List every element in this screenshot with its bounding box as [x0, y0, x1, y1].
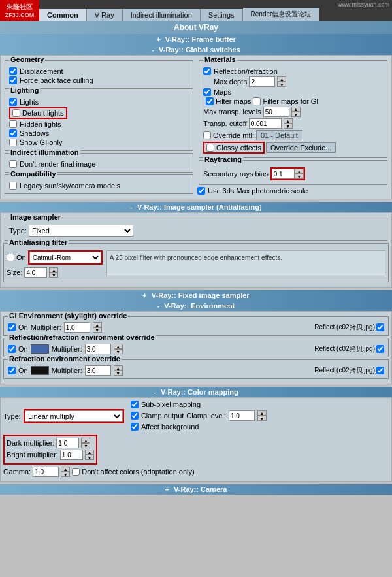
size-spinner[interactable]: ▲ ▼	[49, 267, 58, 278]
force-back-checkbox[interactable]	[9, 76, 17, 84]
dark-mult-spinner[interactable]: ▲ ▼	[81, 438, 90, 448]
gi-mult-input[interactable]	[64, 322, 90, 333]
size-label: Size:	[7, 269, 22, 276]
tab-settings[interactable]: Settings	[201, 9, 243, 21]
gamma-up[interactable]: ▲	[61, 467, 70, 472]
bright-mult-up[interactable]: ▲	[85, 450, 94, 455]
max-depth-up[interactable]: ▲	[277, 76, 286, 82]
lights-checkbox[interactable]	[9, 98, 17, 106]
gi-on-checkbox[interactable]	[8, 323, 16, 331]
refr-color-swatch[interactable]	[31, 366, 49, 375]
color-mapping-header[interactable]: - V-Ray:: Color mapping	[0, 387, 392, 397]
aa-on-checkbox[interactable]	[7, 254, 14, 261]
secondary-rays-input[interactable]	[272, 169, 295, 179]
is-type-select[interactable]: Fixed Adaptive DMC Adaptive subdivision	[29, 225, 133, 237]
clamp-level-input[interactable]	[229, 410, 255, 421]
gi-on-label: On	[18, 323, 28, 331]
shadows-checkbox[interactable]	[9, 129, 17, 137]
size-up[interactable]: ▲	[49, 267, 58, 272]
size-input[interactable]	[24, 267, 47, 278]
transp-cutoff-spinner[interactable]: ▲ ▼	[284, 118, 293, 129]
refr-reflect-checkbox[interactable]	[376, 367, 384, 374]
bright-mult-spinner[interactable]: ▲ ▼	[85, 450, 94, 460]
gi-mult-spinner[interactable]: ▲ ▼	[93, 322, 102, 333]
image-sampler-header[interactable]: - V-Ray:: Image sampler (Antialiasing)	[0, 202, 392, 212]
secondary-rays-down[interactable]: ▼	[295, 174, 304, 179]
refr-mult-down[interactable]: ▼	[114, 371, 123, 376]
legacy-checkbox[interactable]	[9, 182, 17, 190]
refr-mult-up[interactable]: ▲	[114, 365, 123, 371]
override-mtl-button[interactable]: 01 - Default	[256, 130, 302, 140]
maps-checkbox[interactable]	[203, 88, 211, 96]
refl-mult-spinner[interactable]: ▲ ▼	[114, 344, 123, 354]
max-transp-down[interactable]: ▼	[291, 112, 301, 117]
filter-maps-gi-checkbox[interactable]	[253, 97, 261, 105]
glossy-effects-checkbox[interactable]	[206, 144, 214, 152]
dark-mult-input[interactable]	[56, 438, 79, 448]
bright-mult-input[interactable]	[60, 450, 83, 460]
secondary-rays-spinner[interactable]: ▲ ▼	[295, 169, 304, 179]
sub-pixel-checkbox[interactable]	[131, 401, 139, 408]
aa-filter-select[interactable]: Catmull-Rom Area Sharp Quadratic Cubic	[29, 252, 101, 263]
bright-mult-down[interactable]: ▼	[85, 455, 94, 460]
refr-mult-input[interactable]	[85, 365, 111, 376]
transp-cutoff-down[interactable]: ▼	[284, 124, 293, 129]
tab-indirect[interactable]: Indirect illumination	[123, 9, 201, 21]
fixed-sampler-header[interactable]: + V-Ray:: Fixed image sampler	[0, 290, 392, 301]
gi-mult-up[interactable]: ▲	[93, 322, 102, 327]
clamp-up[interactable]: ▲	[257, 410, 267, 416]
max-transp-input[interactable]	[263, 107, 289, 117]
tab-common[interactable]: Common	[39, 9, 87, 21]
hidden-lights-checkbox[interactable]	[9, 120, 17, 128]
gi-mult-down[interactable]: ▼	[93, 327, 102, 333]
filter-maps-checkbox[interactable]	[206, 97, 214, 105]
refl-on-checkbox[interactable]	[8, 345, 16, 353]
gamma-spinner[interactable]: ▲ ▼	[61, 467, 70, 477]
cm-type-select[interactable]: Linear multiply Exponential HSV exponent…	[25, 410, 123, 422]
use-3ds-checkbox[interactable]	[197, 187, 205, 195]
max-transp-spinner[interactable]: ▲ ▼	[291, 107, 301, 117]
refl-reflect-checkbox[interactable]	[376, 345, 384, 353]
environment-header[interactable]: - V-Ray:: Environment	[0, 301, 392, 311]
gi-reflect-checkbox[interactable]	[376, 323, 384, 331]
dont-render-checkbox[interactable]	[9, 160, 17, 168]
transp-cutoff-up[interactable]: ▲	[284, 118, 293, 124]
gamma-input[interactable]	[33, 467, 59, 477]
max-depth-spinner[interactable]: ▲ ▼	[277, 76, 286, 87]
clamp-down[interactable]: ▼	[257, 416, 267, 421]
dark-mult-down[interactable]: ▼	[81, 443, 90, 448]
override-exclude-button[interactable]: Override Exclude...	[266, 142, 336, 153]
refract-override-group: Refraction environment override On Multi…	[3, 359, 389, 379]
dark-mult-up[interactable]: ▲	[81, 438, 90, 443]
clamp-output-checkbox[interactable]	[131, 412, 139, 420]
secondary-rays-up[interactable]: ▲	[295, 169, 304, 174]
color-mapping-content: Type: Linear multiply Exponential HSV ex…	[0, 397, 392, 482]
tab-vray[interactable]: V-Ray	[87, 9, 123, 21]
dont-affect-checkbox[interactable]	[72, 468, 80, 476]
reflection-checkbox[interactable]	[203, 67, 211, 75]
tab-render[interactable]: Render信息设置论坛	[243, 8, 320, 21]
max-depth-down[interactable]: ▼	[277, 82, 286, 87]
transp-cutoff-input[interactable]	[249, 118, 282, 129]
refl-mult-down[interactable]: ▼	[114, 349, 123, 354]
displacement-checkbox[interactable]	[9, 67, 17, 75]
refr-on-checkbox[interactable]	[8, 367, 16, 374]
refl-mult-up[interactable]: ▲	[114, 344, 123, 349]
max-transp-up[interactable]: ▲	[291, 107, 301, 112]
max-depth-input[interactable]	[249, 76, 275, 87]
gamma-down[interactable]: ▼	[61, 472, 70, 477]
default-lights-checkbox[interactable]	[12, 109, 20, 117]
global-switches-header[interactable]: - V-Ray:: Global switches	[0, 44, 392, 55]
size-down[interactable]: ▼	[49, 272, 58, 278]
override-mtl-checkbox[interactable]	[203, 131, 211, 139]
env-sign: -	[157, 302, 160, 310]
clamp-level-spinner[interactable]: ▲ ▼	[257, 410, 267, 421]
framebuffer-header[interactable]: + V-Ray:: Frame buffer	[0, 34, 392, 44]
antialiasing-left: On Catmull-Rom Area Sharp Quadratic Cubi…	[7, 250, 103, 279]
camera-header[interactable]: + V-Ray:: Camera	[0, 484, 392, 495]
refr-mult-spinner[interactable]: ▲ ▼	[114, 365, 123, 376]
refl-color-swatch[interactable]	[31, 344, 49, 354]
refl-mult-input[interactable]	[85, 344, 111, 354]
affect-bg-checkbox[interactable]	[131, 423, 139, 431]
show-gi-only-checkbox[interactable]	[9, 139, 17, 146]
